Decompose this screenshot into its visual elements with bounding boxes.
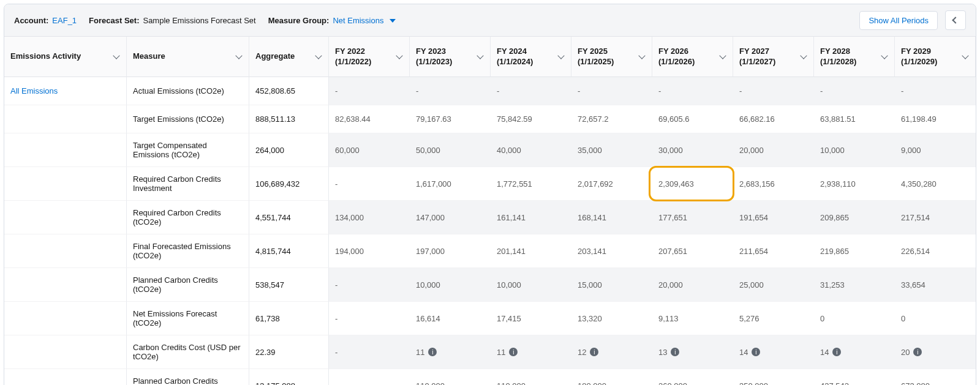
data-cell[interactable]: 69,605.6 [652, 105, 733, 133]
data-cell[interactable]: 10,000 [814, 133, 895, 167]
chevron-down-icon[interactable] [719, 52, 726, 59]
data-cell[interactable]: - [329, 167, 410, 201]
data-cell[interactable]: - [652, 77, 733, 105]
data-cell[interactable]: 260,000 [652, 369, 733, 385]
show-all-periods-button[interactable]: Show All Periods [859, 11, 938, 30]
data-cell[interactable]: 9,113 [652, 302, 733, 335]
data-cell[interactable]: - [814, 77, 895, 105]
data-cell[interactable]: 161,141 [491, 201, 571, 234]
info-icon[interactable]: i [752, 348, 760, 356]
header-period-2[interactable]: FY 2024 (1/1/2024) [491, 37, 571, 77]
data-cell[interactable]: 82,638.44 [329, 105, 410, 133]
data-cell[interactable]: 20,000 [652, 268, 733, 302]
data-cell[interactable]: - [329, 369, 410, 385]
data-cell[interactable]: 0 [814, 302, 895, 335]
header-period-6[interactable]: FY 2028 (1/1/2028) [814, 37, 895, 77]
data-cell[interactable]: 14i [733, 335, 814, 369]
data-cell[interactable]: 40,000 [491, 133, 571, 167]
data-cell[interactable]: 15,000 [571, 268, 652, 302]
account-link[interactable]: EAF_1 [52, 16, 77, 25]
data-cell[interactable]: - [329, 77, 410, 105]
data-cell[interactable]: 207,651 [652, 234, 733, 268]
data-cell[interactable]: 1,617,000 [410, 167, 491, 201]
data-cell[interactable]: - [329, 268, 410, 302]
data-cell[interactable]: 31,253 [814, 268, 895, 302]
info-icon[interactable]: i [509, 348, 518, 356]
data-cell[interactable]: 60,000 [329, 133, 410, 167]
data-cell[interactable]: 110,000 [491, 369, 571, 385]
data-cell[interactable]: 180,000 [571, 369, 652, 385]
chevron-down-icon[interactable] [881, 52, 888, 59]
header-period-4[interactable]: FY 2026 (1/1/2026) [652, 37, 733, 77]
data-cell[interactable]: 2,017,692 [571, 167, 652, 201]
data-cell[interactable]: 197,000 [410, 234, 491, 268]
data-cell[interactable]: 12i [571, 335, 652, 369]
chevron-down-icon[interactable] [235, 52, 242, 59]
data-cell[interactable]: 11i [491, 335, 571, 369]
data-cell[interactable]: - [571, 77, 652, 105]
group-all-emissions[interactable]: All Emissions [10, 86, 58, 95]
header-aggregate[interactable]: Aggregate [249, 37, 329, 77]
header-emissions-activity[interactable]: Emissions Activity [4, 37, 127, 77]
chevron-down-icon[interactable] [396, 52, 402, 59]
data-cell[interactable]: - [895, 77, 976, 105]
data-cell[interactable]: 203,141 [571, 234, 652, 268]
data-cell[interactable]: 72,657.2 [571, 105, 652, 133]
data-cell[interactable]: 1,772,551 [491, 167, 571, 201]
data-cell[interactable]: 50,000 [410, 133, 491, 167]
info-icon[interactable]: i [832, 348, 841, 356]
data-cell[interactable]: - [329, 302, 410, 335]
data-cell[interactable]: - [410, 77, 491, 105]
data-cell[interactable]: 79,167.63 [410, 105, 491, 133]
data-cell[interactable]: 13,320 [571, 302, 652, 335]
chevron-down-icon[interactable] [638, 52, 645, 59]
data-cell[interactable]: - [733, 77, 814, 105]
header-period-3[interactable]: FY 2025 (1/1/2025) [571, 37, 652, 77]
data-cell[interactable]: 20i [895, 335, 976, 369]
data-cell[interactable]: 201,141 [491, 234, 571, 268]
data-cell[interactable]: 35,000 [571, 133, 652, 167]
data-cell[interactable]: 191,654 [733, 201, 814, 234]
data-cell[interactable]: 13i [652, 335, 733, 369]
data-cell[interactable]: 673,080 [895, 369, 976, 385]
data-cell[interactable]: 14i [814, 335, 895, 369]
data-cell[interactable]: 30,000 [652, 133, 733, 167]
data-cell[interactable]: 61,198.49 [895, 105, 976, 133]
data-cell[interactable]: 2,309,463 [652, 167, 733, 201]
chevron-down-icon[interactable] [962, 52, 968, 59]
data-cell[interactable]: 11i [410, 335, 491, 369]
chevron-down-icon[interactable] [800, 52, 807, 59]
chevron-down-icon[interactable] [113, 52, 119, 59]
data-cell[interactable]: 66,682.16 [733, 105, 814, 133]
data-cell[interactable]: 20,000 [733, 133, 814, 167]
data-cell[interactable]: 33,654 [895, 268, 976, 302]
header-period-1[interactable]: FY 2023 (1/1/2023) [410, 37, 491, 77]
data-cell[interactable]: 17,415 [491, 302, 571, 335]
data-cell[interactable]: 168,141 [571, 201, 652, 234]
header-period-5[interactable]: FY 2027 (1/1/2027) [733, 37, 814, 77]
data-cell[interactable]: 16,614 [410, 302, 491, 335]
data-cell[interactable]: 110,000 [410, 369, 491, 385]
data-cell[interactable]: 10,000 [491, 268, 571, 302]
data-cell[interactable]: 437,542 [814, 369, 895, 385]
data-cell[interactable]: 211,654 [733, 234, 814, 268]
info-icon[interactable]: i [671, 348, 679, 356]
data-cell[interactable]: 226,514 [895, 234, 976, 268]
data-cell[interactable]: 10,000 [410, 268, 491, 302]
info-icon[interactable]: i [913, 348, 922, 356]
chevron-down-icon[interactable] [557, 52, 564, 59]
chevron-down-icon[interactable] [315, 52, 322, 59]
data-cell[interactable]: 177,651 [652, 201, 733, 234]
data-cell[interactable]: 147,000 [410, 201, 491, 234]
data-cell[interactable]: 219,865 [814, 234, 895, 268]
data-cell[interactable]: 5,276 [733, 302, 814, 335]
measure-group-dropdown[interactable]: Net Emissions [333, 16, 396, 25]
collapse-button[interactable] [945, 10, 966, 30]
data-cell[interactable]: 194,000 [329, 234, 410, 268]
info-icon[interactable]: i [428, 348, 437, 356]
info-icon[interactable]: i [590, 348, 598, 356]
data-cell[interactable]: 2,683,156 [733, 167, 814, 201]
data-cell[interactable]: 134,000 [329, 201, 410, 234]
data-cell[interactable]: 209,865 [814, 201, 895, 234]
data-cell[interactable]: 9,000 [895, 133, 976, 167]
